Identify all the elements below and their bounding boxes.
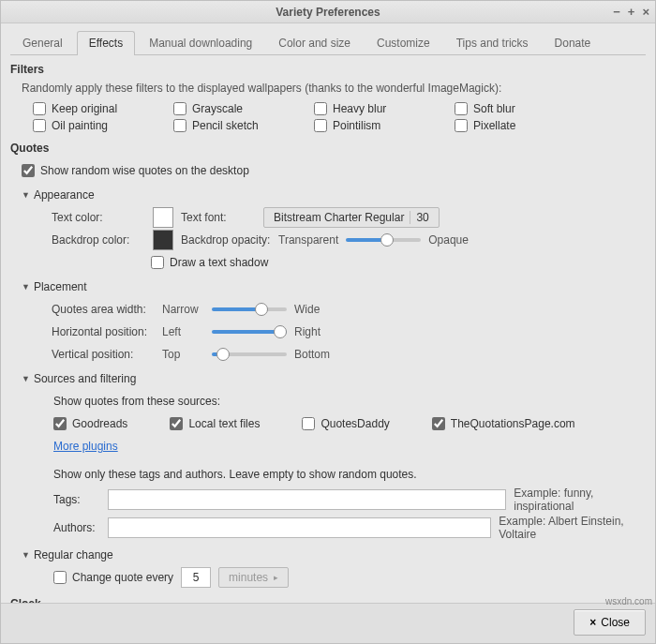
horiz-slider[interactable] [212, 330, 287, 334]
triangle-down-icon: ▼ [22, 550, 30, 560]
filter-pencil-sketch[interactable] [173, 119, 186, 132]
chevron-right-icon: ▸ [274, 573, 278, 582]
filter-soft-blur[interactable] [455, 102, 468, 115]
backdrop-opacity-label: Backdrop opacity: [181, 233, 271, 247]
preferences-window: Variety Preferences − + × General Effect… [0, 0, 656, 644]
content-area: General Effects Manual downloading Color… [1, 23, 655, 603]
filter-oil-painting[interactable] [33, 119, 46, 132]
filter-keep-original[interactable] [33, 102, 46, 115]
maximize-icon[interactable]: + [628, 5, 635, 19]
watermark: wsxdn.com [605, 596, 652, 607]
tags-input[interactable] [108, 489, 506, 510]
tags-example: Example: funny, inspirational [514, 487, 646, 513]
tab-manual-downloading[interactable]: Manual downloading [137, 31, 264, 54]
close-button[interactable]: × Close [574, 609, 646, 636]
quotes-placement-expander[interactable]: ▼Placement [22, 280, 646, 293]
close-x-icon: × [589, 616, 596, 629]
tab-color-size[interactable]: Color and size [266, 31, 363, 54]
filter-heavy-blur[interactable] [314, 102, 327, 115]
source-quotesdaddy[interactable] [302, 417, 315, 430]
window-title: Variety Preferences [276, 6, 380, 19]
backdrop-color-swatch[interactable] [153, 230, 173, 250]
change-every-checkbox[interactable] [53, 571, 67, 584]
titlebar: Variety Preferences − + × [1, 1, 655, 23]
source-local[interactable] [170, 417, 183, 430]
triangle-down-icon: ▼ [22, 282, 30, 292]
triangle-down-icon: ▼ [22, 374, 30, 383]
filters-row2: Oil painting Pencil sketch Pointilism Pi… [33, 119, 646, 132]
text-color-swatch[interactable] [153, 207, 173, 228]
change-unit-select[interactable]: minutes ▸ [218, 567, 289, 588]
source-goodreads[interactable] [53, 417, 67, 430]
tab-bar: General Effects Manual downloading Color… [10, 31, 646, 55]
backdrop-opacity-slider[interactable] [346, 238, 421, 242]
minimize-icon[interactable]: − [613, 5, 620, 19]
width-label: Quotes area width: [52, 303, 155, 316]
authors-label: Authors: [53, 521, 100, 534]
quotes-sources-expander[interactable]: ▼Sources and filtering [22, 372, 646, 385]
vert-label: Vertical position: [52, 348, 155, 361]
backdrop-color-label: Backdrop color: [52, 233, 145, 247]
tab-effects[interactable]: Effects [77, 31, 135, 55]
filters-title: Filters [10, 63, 646, 76]
filter-grayscale[interactable] [173, 102, 186, 115]
tags-label: Tags: [53, 493, 100, 506]
authors-example: Example: Albert Einstein, Voltaire [499, 515, 646, 541]
change-value-spin[interactable] [181, 567, 211, 588]
filters-row1: Keep original Grayscale Heavy blur Soft … [33, 102, 646, 115]
tab-customize[interactable]: Customize [365, 31, 442, 54]
shadow-checkbox[interactable] [151, 256, 164, 269]
horiz-label: Horizontal position: [52, 325, 155, 338]
vert-slider[interactable] [212, 352, 287, 356]
authors-input[interactable] [108, 517, 491, 538]
text-color-label: Text color: [52, 211, 145, 224]
filter-pixellate[interactable] [455, 119, 468, 132]
tab-general[interactable]: General [10, 31, 75, 54]
text-font-button[interactable]: Bitstream Charter Regular30 [263, 207, 440, 228]
close-icon[interactable]: × [642, 5, 649, 19]
tab-tips[interactable]: Tips and tricks [444, 31, 541, 54]
filter-pointilism[interactable] [314, 119, 327, 132]
footer: × Close [1, 603, 655, 643]
source-quotationspage[interactable] [432, 417, 445, 430]
text-font-label: Text font: [181, 211, 256, 224]
triangle-down-icon: ▼ [22, 190, 30, 200]
tab-donate[interactable]: Donate [543, 31, 604, 54]
quotes-show-checkbox[interactable] [22, 164, 35, 177]
more-plugins-link[interactable]: More plugins [53, 440, 118, 453]
filters-note: Randomly apply these filters to the disp… [22, 82, 646, 95]
quotes-title: Quotes [10, 142, 646, 155]
width-slider[interactable] [212, 307, 287, 311]
regular-change-expander[interactable]: ▼Regular change [22, 548, 646, 562]
quotes-appearance-expander[interactable]: ▼Appearance [22, 188, 646, 202]
